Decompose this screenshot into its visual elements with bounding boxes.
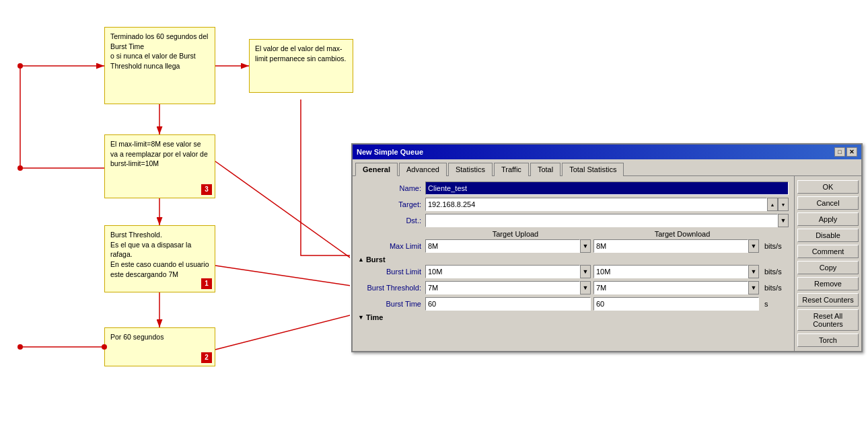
burst-threshold-upload-dropdown[interactable]: ▼ [580,281,591,294]
burst-threshold-download-dropdown[interactable]: ▼ [748,281,759,294]
svg-point-4 [17,63,23,69]
badge-3: 3 [201,184,212,195]
burst-threshold-download-input[interactable] [593,281,748,294]
burst-threshold-upload-group: ▼ [425,281,591,294]
upload-header: Target Upload [425,230,592,238]
burst-limit-download-group: ▼ [593,265,759,278]
burst-threshold-label: Burst Threshold: [358,284,425,292]
max-limit-download-group: ▼ [593,239,759,253]
svg-point-3 [17,165,23,171]
tab-statistics[interactable]: Statistics [448,163,493,176]
burst-time-inputs: s [425,297,789,311]
col-headers: Target Upload Target Download [358,230,789,238]
target-input[interactable] [425,198,767,211]
dst-input-group: ▼ [425,214,789,227]
burst-limit-unit: bits/s [762,268,789,276]
name-row: Name: [358,182,789,195]
dst-dropdown-btn[interactable]: ▼ [778,214,789,227]
tab-total-statistics[interactable]: Total Statistics [562,163,624,176]
dst-label: Dst.: [358,216,425,225]
svg-line-7 [215,266,350,289]
note-terminado: Terminado los 60 segundos del Burst Time… [104,27,215,104]
target-label: Target: [358,200,425,208]
svg-line-9 [215,309,350,350]
target-input-group: ▲ ▼ [425,198,789,211]
burst-time-row: Burst Time s [358,297,789,311]
tab-general[interactable]: General [355,163,398,176]
diagram-area: Terminado los 60 segundos del Burst Time… [0,0,350,437]
disable-button[interactable]: Disable [797,229,859,242]
burst-limit-download-dropdown[interactable]: ▼ [748,265,759,278]
tab-traffic[interactable]: Traffic [494,163,529,176]
burst-threshold-upload-input[interactable] [425,281,580,294]
note-valor: El valor de el valor del max-limit perma… [249,39,353,93]
max-limit-label: Max Limit [358,242,425,250]
torch-button[interactable]: Torch [797,333,859,347]
cancel-button[interactable]: Cancel [797,196,859,210]
reset-counters-button[interactable]: Reset Counters [797,293,859,307]
burst-threshold-download-group: ▼ [593,281,759,294]
titlebar-buttons: □ ✕ [834,147,857,157]
burst-threshold-row: Burst Threshold: ▼ ▼ bits/s [358,281,789,294]
target-up-btn[interactable]: ▲ [767,198,778,211]
max-limit-upload-dropdown[interactable]: ▼ [580,239,591,253]
simple-queue-dialog: New Simple Queue □ ✕ General Advanced St… [351,143,863,352]
download-header: Target Download [592,230,759,238]
burst-limit-row: Burst Limit ▼ ▼ bits/s [358,265,789,278]
time-arrow-icon: ▼ [358,314,364,321]
target-row: Target: ▲ ▼ [358,198,789,211]
dialog-title: New Simple Queue [357,148,423,156]
burst-threshold-inputs: ▼ ▼ bits/s [425,281,789,294]
max-limit-download-dropdown[interactable]: ▼ [748,239,759,253]
tab-total[interactable]: Total [530,163,560,176]
tabs-bar: General Advanced Statistics Traffic Tota… [353,159,861,175]
burst-time-label: Burst Time [358,300,425,308]
burst-time-download-input[interactable] [593,297,759,311]
reset-all-counters-button[interactable]: Reset All Counters [797,309,859,331]
time-section-header[interactable]: ▼ Time [358,313,789,321]
dst-input[interactable] [425,214,778,227]
target-down-btn[interactable]: ▼ [778,198,789,211]
max-limit-download-input[interactable] [593,239,748,253]
tab-advanced[interactable]: Advanced [399,163,447,176]
burst-section-header[interactable]: ▲ Burst [358,255,789,264]
buttons-panel: OK Cancel Apply Disable Comment Copy Rem… [794,176,861,351]
burst-threshold-unit: bits/s [762,284,789,292]
burst-limit-label: Burst Limit [358,268,425,276]
burst-time-upload-input[interactable] [425,297,591,311]
dialog-content: Name: Target: ▲ ▼ Dst.: ▼ [353,175,861,351]
note-maxlimit: El max-limit=8M ese valor se va a reempl… [104,134,215,198]
form-area: Name: Target: ▲ ▼ Dst.: ▼ [353,176,794,351]
name-label: Name: [358,184,425,192]
burst-limit-download-input[interactable] [593,265,748,278]
ok-button[interactable]: OK [797,180,859,194]
max-limit-unit: bits/s [762,242,789,250]
max-limit-upload-group: ▼ [425,239,591,253]
max-limit-upload-input[interactable] [425,239,580,253]
remove-button[interactable]: Remove [797,277,859,290]
badge-2: 2 [201,352,212,363]
copy-button[interactable]: Copy [797,261,859,274]
time-section-label: Time [366,313,383,321]
svg-line-10 [215,161,350,274]
burst-limit-upload-dropdown[interactable]: ▼ [580,265,591,278]
burst-section-label: Burst [366,255,386,264]
name-input[interactable] [425,182,789,195]
burst-limit-upload-group: ▼ [425,265,591,278]
maximize-button[interactable]: □ [834,147,845,157]
burst-limit-upload-input[interactable] [425,265,580,278]
note-threshold: Burst Threshold. Es el que va a dispasar… [104,225,215,292]
badge-1: 1 [201,278,212,289]
close-button[interactable]: ✕ [846,147,857,157]
max-limit-inputs: ▼ ▼ bits/s [425,239,789,253]
dst-row: Dst.: ▼ [358,214,789,227]
burst-time-upload-group [425,297,591,311]
burst-limit-inputs: ▼ ▼ bits/s [425,265,789,278]
svg-point-12 [17,344,23,350]
note-60seg: Por 60 segundos 2 [104,327,215,366]
apply-button[interactable]: Apply [797,212,859,226]
max-limit-row: Max Limit ▼ ▼ bits/s [358,239,789,253]
burst-time-download-group [593,297,759,311]
comment-button[interactable]: Comment [797,245,859,258]
burst-arrow-icon: ▲ [358,256,364,263]
